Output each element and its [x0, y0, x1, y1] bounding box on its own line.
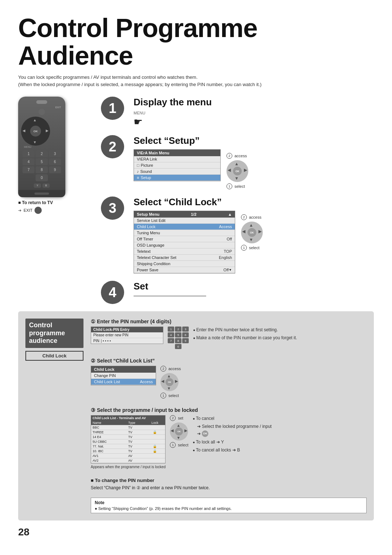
step-2-right-arrow: ▶ [244, 167, 247, 173]
note-title: Note [95, 500, 363, 505]
child-lock-label: Child Lock [137, 224, 219, 229]
setup-menu-header-text: Setup Menu [137, 212, 159, 216]
num-2[interactable]: 2 [36, 150, 48, 157]
circled-1-sub3: 1 [170, 442, 176, 448]
small-num-5: 5 [175, 332, 181, 337]
sub-step-3-body: Child Lock List - Terminals and AV Name … [91, 415, 367, 469]
menu-item-sound-label: Sound [140, 169, 218, 174]
lock-bullet-2: To lock all ➔ Y [193, 439, 271, 446]
menu-item-picture-label: Picture [141, 163, 217, 167]
menu-item-setup-label: Setup [140, 175, 217, 180]
step-4-title: Set [134, 281, 374, 292]
lock-lock-av2 [146, 459, 164, 462]
num-7[interactable]: 7 [23, 166, 34, 173]
step-3-title: Select “Child Lock” [134, 197, 374, 208]
num-5[interactable]: 5 [36, 158, 48, 165]
menu-item-viera-link[interactable]: VIERA Link [134, 156, 220, 162]
lock-table-container: Child Lock List - Terminals and AV Name … [91, 415, 166, 469]
step-2-title: Select “Setup” [134, 135, 374, 146]
menu-item-teletext[interactable]: Teletext TOP [134, 248, 235, 255]
lock-table-header-text: Child Lock List - Terminals and AV [93, 416, 146, 420]
lock-row-three[interactable]: THREE TV 🔒 [91, 430, 165, 435]
step-2-select-label: select [234, 184, 245, 189]
sub-step-3-nav: 2 set ▲ ▼ ◀ ▶ OK [170, 415, 188, 448]
tuning-label: Tuning Menu [137, 231, 232, 235]
lock-row-av1[interactable]: AV1 AV [91, 454, 165, 458]
lock-row-e4[interactable]: 14 E4 TV [91, 435, 165, 439]
change-pin-row[interactable]: Change PIN [91, 373, 156, 379]
pin-screen: Child Lock-PIN Entry Please enter new PI… [91, 327, 163, 344]
steps-area: EXIT ▲ ▼ ◀ ▶ OK MENU 1 2 3 [18, 97, 374, 520]
step-2-down-arrow: ▼ [234, 176, 239, 181]
menu-item-teletext-charset[interactable]: Teletext Character Set English [134, 255, 235, 261]
menu-item-service-list[interactable]: Service List Edit [134, 218, 235, 224]
menu-item-tuning[interactable]: Tuning Menu [134, 230, 235, 236]
remote-btn-y[interactable]: Y [34, 183, 41, 188]
hand-icon: ☛ [134, 116, 145, 128]
sub-step-2-body: Child Lock Change PIN Child Lock List Ac… [91, 366, 367, 398]
step-1-circle-col: 1 [98, 97, 127, 120]
num-9[interactable]: 9 [49, 166, 61, 173]
lock-row-av2[interactable]: AV2 AV [91, 458, 165, 463]
shipping-label: Shipping Condition [137, 262, 232, 266]
control-label-text: Controlprogrammeaudience [29, 321, 65, 344]
num-3[interactable]: 3 [49, 150, 61, 157]
sub-step-3-select-row: 1 select [170, 442, 188, 448]
num-4[interactable]: 4 [23, 158, 34, 165]
menu-item-shipping[interactable]: Shipping Condition [134, 261, 235, 267]
menu-label: MENU [24, 146, 62, 148]
sub3-ok[interactable]: OK [175, 428, 183, 436]
menu-item-setup[interactable]: ≡ Setup [134, 175, 220, 181]
off-timer-label: Off Timer [137, 237, 227, 241]
pin-screen-container: Child Lock-PIN Entry Please enter new PI… [91, 327, 163, 344]
remote-btn-b[interactable]: B [42, 183, 50, 188]
step-3-content: Select “Child Lock” Setup Menu 1/2 ▲ Ser… [134, 197, 374, 274]
sub-step-1: ① Enter the PIN number (4 digits) Child … [91, 319, 367, 349]
step-1-body: MENU ☛ [134, 111, 374, 128]
step-3-circle: 3 [101, 197, 124, 220]
step-4-circle: 4 [101, 281, 124, 304]
num-8[interactable]: 8 [36, 166, 48, 173]
menu-item-power-save[interactable]: Power Save Off ▼ [134, 267, 235, 273]
num-6[interactable]: 6 [49, 158, 61, 165]
lock-lock-ibc: 🔒 [146, 449, 164, 453]
circled-1-step2: 1 [226, 183, 232, 189]
lock-name-cbbc: 5U CBBC [93, 440, 128, 443]
lock-row-cbbc[interactable]: 5U CBBC TV [91, 439, 165, 444]
remote-speaker [18, 190, 65, 197]
child-lock-list-row[interactable]: Child Lock List Access [91, 379, 156, 385]
lock-name-ibc: 10. IBC [93, 449, 128, 453]
num-0[interactable]: 0 [36, 174, 48, 181]
sub-step-1-title: ① Enter the PIN number (4 digits) [91, 319, 367, 324]
power-save-value: Off [224, 268, 229, 272]
menu-item-off-timer[interactable]: Off Timer Off [134, 236, 235, 242]
sub2-right: ▶ [175, 379, 178, 384]
menu-item-child-lock[interactable]: Child Lock Access [134, 224, 235, 230]
step-3-select-label: select [249, 246, 260, 250]
step-3-ok[interactable]: OK [248, 228, 256, 237]
lock-bullet-3: To cancel all locks ➔ B [193, 447, 271, 454]
sub-step-2-select-row: 1 select [160, 393, 179, 398]
menu-item-picture[interactable]: □ Picture [134, 162, 220, 169]
lock-row-nat[interactable]: 77. Nat. TV 🔒 [91, 444, 165, 449]
lock-type-three: TV [128, 430, 146, 434]
lock-type-ibc: TV [128, 449, 146, 453]
step-4-row: 4 Set [98, 281, 374, 304]
lock-lock-cbbc [146, 440, 164, 443]
step-2-ok[interactable]: OK [233, 167, 242, 175]
exit-circle-button[interactable] [34, 207, 42, 214]
lock-row-bbc[interactable]: BBC TV [91, 425, 165, 430]
ok-center[interactable]: OK [30, 126, 41, 137]
step-1-row: 1 Display the menu MENU ☛ [98, 97, 374, 128]
num-1[interactable]: 1 [23, 150, 34, 157]
note-text: Setting “Shipping Condition” (p. 29) era… [95, 506, 363, 511]
lock-row-ibc[interactable]: 10. IBC TV 🔒 [91, 449, 165, 454]
lock-cancel-detail: ➔ Select the locked programme / input ➔ … [197, 423, 271, 437]
sub2-ok[interactable]: OK [166, 378, 173, 386]
sub-step-3-set-row: 2 set [170, 415, 183, 421]
menu-item-sound[interactable]: ♪ Sound [134, 169, 220, 175]
exit-button-top[interactable] [38, 109, 45, 115]
left-info-panel: Controlprogrammeaudience Child Lock [25, 319, 83, 513]
menu-item-osd[interactable]: OSD Language [134, 242, 235, 248]
remote-top-button [36, 100, 47, 104]
